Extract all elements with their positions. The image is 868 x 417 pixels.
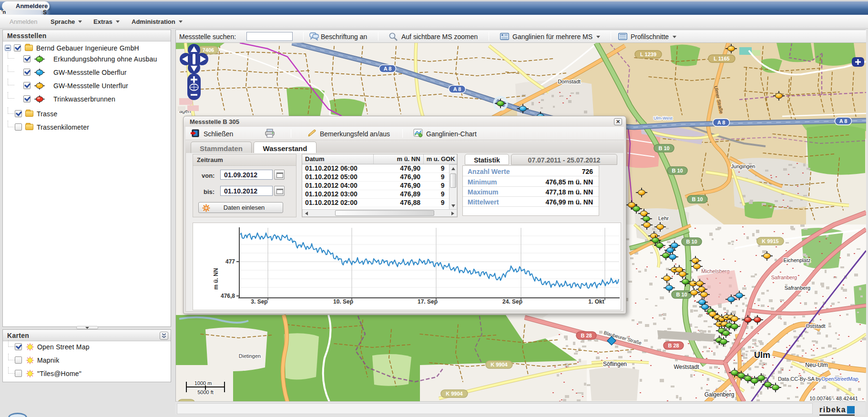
svg-text:L 1239: L 1239 xyxy=(640,51,656,57)
svg-text:B 28: B 28 xyxy=(581,333,592,338)
svg-text:1000 m: 1000 m xyxy=(194,380,212,386)
svg-text:Oststadt: Oststadt xyxy=(806,323,826,329)
svg-text:L 1165: L 1165 xyxy=(714,56,729,61)
svg-text:A 8: A 8 xyxy=(717,120,725,125)
svg-text:1. Okt: 1. Okt xyxy=(588,298,604,305)
svg-text:Söflingen: Söflingen xyxy=(603,361,627,367)
svg-text:Ulm-West: Ulm-West xyxy=(654,116,673,121)
svg-text:Safranberg: Safranberg xyxy=(771,275,797,280)
svg-text:Dornstadt: Dornstadt xyxy=(558,79,581,84)
svg-text:B 10: B 10 xyxy=(676,292,687,297)
svg-text:24. Sep: 24. Sep xyxy=(502,298,522,305)
svg-text:Ulm: Ulm xyxy=(754,350,770,360)
svg-text:Jungingen: Jungingen xyxy=(731,163,756,169)
svg-text:Safranberg: Safranberg xyxy=(785,285,810,291)
svg-text:Weststadt: Weststadt xyxy=(674,364,699,370)
svg-text:10.00746 - 48.42441: 10.00746 - 48.42441 xyxy=(809,396,858,401)
svg-text:B 10: B 10 xyxy=(686,239,697,244)
svg-text:K 9904: K 9904 xyxy=(490,362,508,367)
svg-text:Galgenberg: Galgenberg xyxy=(705,391,735,398)
svg-text:Eichenplatz: Eichenplatz xyxy=(784,257,811,263)
svg-text:477: 477 xyxy=(225,258,235,265)
svg-text:Neu-Ulm: Neu-Ulm xyxy=(805,362,827,368)
svg-text:17. Sep: 17. Sep xyxy=(418,298,438,305)
svg-text:5000 ft: 5000 ft xyxy=(197,389,214,395)
svg-text:K 9904: K 9904 xyxy=(446,391,463,397)
svg-text:B 28: B 28 xyxy=(668,343,679,348)
svg-text:Data CC-By-SA by: Data CC-By-SA by xyxy=(778,376,822,382)
svg-text:K 9915: K 9915 xyxy=(762,238,778,244)
svg-text:B 10: B 10 xyxy=(692,196,703,202)
svg-text:Lehr: Lehr xyxy=(658,215,669,221)
svg-text:7406: 7406 xyxy=(203,47,214,53)
svg-text:10. Sep: 10. Sep xyxy=(333,298,353,305)
svg-text:A 8: A 8 xyxy=(384,66,392,71)
svg-text:476,8: 476,8 xyxy=(221,293,235,299)
svg-text:A 8: A 8 xyxy=(839,118,848,124)
svg-text:B 10: B 10 xyxy=(672,168,683,173)
svg-text:OpenStreetMap: OpenStreetMap xyxy=(821,376,858,382)
svg-text:3. Sep: 3. Sep xyxy=(251,298,267,305)
svg-text:A 8: A 8 xyxy=(453,86,461,92)
svg-text:m ü. NN: m ü. NN xyxy=(213,268,219,289)
svg-text:B 10: B 10 xyxy=(658,145,669,151)
svg-text:Dietingen: Dietingen xyxy=(239,353,261,359)
